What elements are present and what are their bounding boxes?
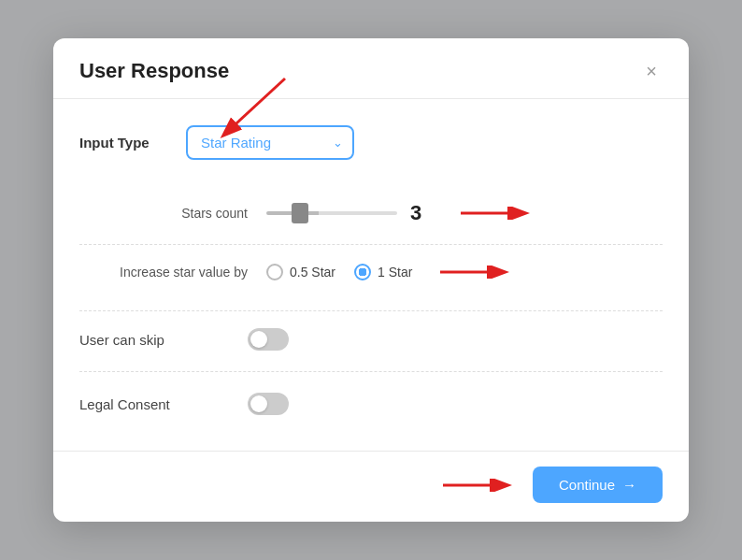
user-can-skip-toggle[interactable] — [248, 328, 289, 351]
radio-label-1: 1 Star — [378, 265, 412, 280]
stars-count-slider[interactable] — [266, 211, 397, 215]
toggle-slider-skip — [248, 328, 289, 351]
input-type-label: Input Type — [79, 135, 164, 151]
radio-group: 0.5 Star 1 Star — [266, 264, 412, 280]
form-section: Stars count 3 — [79, 186, 663, 303]
increase-star-row: Increase star value by 0.5 Star 1 Star — [79, 249, 663, 295]
divider-1 — [79, 244, 663, 245]
user-can-skip-row: User can skip — [79, 311, 663, 367]
user-can-skip-label: User can skip — [79, 332, 229, 348]
legal-consent-row: Legal Consent — [79, 376, 663, 432]
continue-button[interactable]: Continue → — [533, 467, 663, 503]
stars-count-row: Stars count 3 — [79, 186, 663, 240]
slider-container: 3 — [266, 201, 433, 225]
annotation-arrow-dropdown — [201, 74, 304, 149]
legal-consent-toggle[interactable] — [248, 393, 289, 415]
radio-label-0-5: 0.5 Star — [290, 265, 335, 280]
stars-count-value: 3 — [410, 201, 433, 225]
continue-label: Continue — [559, 477, 615, 493]
svg-line-1 — [224, 79, 285, 135]
modal-footer: Continue → — [53, 451, 689, 522]
modal-body: Input Type Star Rating Text Input Multip… — [53, 99, 689, 451]
radio-option-0-5[interactable]: 0.5 Star — [266, 264, 335, 280]
radio-1-star[interactable] — [354, 264, 371, 280]
legal-consent-label: Legal Consent — [79, 396, 229, 412]
annotation-arrow-radio — [440, 266, 515, 279]
continue-arrow-icon: → — [622, 477, 636, 493]
modal-header: User Response × — [53, 38, 689, 99]
input-type-row: Input Type Star Rating Text Input Multip… — [79, 125, 663, 160]
radio-0-5-star[interactable] — [266, 264, 283, 280]
modal: User Response × Input Type — [53, 38, 689, 522]
close-button[interactable]: × — [640, 60, 663, 82]
toggle-slider-legal — [248, 393, 289, 415]
divider-3 — [79, 371, 663, 372]
radio-option-1[interactable]: 1 Star — [354, 264, 412, 280]
annotation-arrow-slider — [461, 207, 535, 220]
increase-star-label: Increase star value by — [79, 265, 248, 280]
modal-overlay: User Response × Input Type — [0, 0, 742, 560]
annotation-arrow-continue — [443, 479, 518, 492]
stars-count-label: Stars count — [79, 206, 248, 221]
